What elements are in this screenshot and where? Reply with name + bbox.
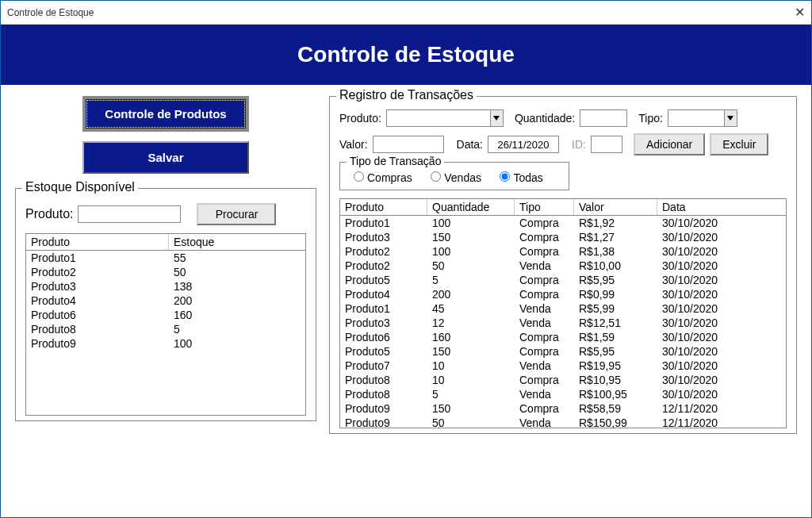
delete-button[interactable]: Excluir <box>710 133 768 155</box>
list-item[interactable]: Produto6160 <box>26 308 305 322</box>
filter-compras[interactable]: Compras <box>350 171 412 184</box>
cell-valor: R$19,95 <box>574 359 657 373</box>
cell-tipo: Venda <box>515 301 574 316</box>
chevron-down-icon[interactable] <box>490 110 503 126</box>
page-title: Controle de Estoque <box>1 25 811 85</box>
list-item[interactable]: Produto710VendaR$19,9530/10/2020 <box>340 359 786 373</box>
cell-data: 30/10/2020 <box>657 287 786 301</box>
trans-col-tipo[interactable]: Tipo <box>515 199 574 215</box>
list-item[interactable]: Produto6160CompraR$1,5930/10/2020 <box>340 330 786 344</box>
stock-product-input[interactable] <box>78 205 181 223</box>
trans-col-produto[interactable]: Produto <box>340 199 427 215</box>
trans-type-input[interactable] <box>668 110 724 126</box>
trans-col-data[interactable]: Data <box>657 199 786 215</box>
cell-data: 12/11/2020 <box>657 416 786 430</box>
list-item[interactable]: Produto2100CompraR$1,3830/10/2020 <box>340 244 786 259</box>
cell-tipo: Venda <box>515 359 574 373</box>
cell-quantidade: 12 <box>427 316 515 330</box>
list-item[interactable]: Produto4200 <box>26 294 305 308</box>
radio-todas[interactable] <box>500 171 510 182</box>
cell-data: 30/10/2020 <box>657 273 786 287</box>
search-button[interactable]: Procurar <box>197 203 276 225</box>
trans-col-quantidade[interactable]: Quantidade <box>427 199 515 215</box>
cell-quantidade: 150 <box>427 344 515 359</box>
cell-quantidade: 5 <box>427 387 515 401</box>
list-item[interactable]: Produto312VendaR$12,5130/10/2020 <box>340 316 786 330</box>
trans-type-combo[interactable] <box>668 109 737 127</box>
list-item[interactable]: Produto4200CompraR$0,9930/10/2020 <box>340 287 786 301</box>
transaction-type-filter: Tipo de Transação Compras Vendas Todas <box>339 162 569 190</box>
cell-produto: Produto9 <box>340 401 427 416</box>
trans-product-input[interactable] <box>387 110 490 126</box>
stock-product-label: Produto: <box>25 207 73 221</box>
cell-tipo: Venda <box>515 316 574 330</box>
cell-produto: Produto8 <box>340 387 427 401</box>
svg-marker-1 <box>727 116 733 121</box>
filter-vendas[interactable]: Vendas <box>427 171 481 184</box>
cell-tipo: Compra <box>515 244 574 259</box>
cell-produto: Produto1 <box>26 251 169 265</box>
trans-date-input[interactable] <box>488 136 559 153</box>
content-area: Controle de Produtos Salvar Estoque Disp… <box>1 85 811 445</box>
products-button[interactable]: Controle de Produtos <box>82 96 249 132</box>
save-button[interactable]: Salvar <box>82 141 249 174</box>
list-item[interactable]: Produto5150CompraR$5,9530/10/2020 <box>340 344 786 359</box>
list-item[interactable]: Produto250 <box>26 265 305 279</box>
stock-col-estoque[interactable]: Estoque <box>169 234 305 250</box>
cell-quantidade: 200 <box>427 287 515 301</box>
cell-data: 30/10/2020 <box>657 244 786 259</box>
cell-quantidade: 100 <box>427 216 515 230</box>
cell-tipo: Compra <box>515 373 574 387</box>
list-item[interactable]: Produto250VendaR$10,0030/10/2020 <box>340 259 786 273</box>
cell-tipo: Compra <box>515 401 574 416</box>
radio-vendas[interactable] <box>431 171 441 182</box>
list-item[interactable]: Produto3138 <box>26 279 305 294</box>
radio-compras[interactable] <box>354 171 364 182</box>
stock-list[interactable]: Produto Estoque Produto155Produto250Prod… <box>25 233 306 416</box>
cell-produto: Produto9 <box>26 336 169 351</box>
stock-group: Estoque Disponível Produto: Procurar Pro… <box>15 188 316 421</box>
cell-produto: Produto5 <box>340 273 427 287</box>
list-item[interactable]: Produto145VendaR$5,9930/10/2020 <box>340 301 786 316</box>
trans-id-input[interactable] <box>591 136 622 153</box>
cell-quantidade: 5 <box>427 273 515 287</box>
list-item[interactable]: Produto3150CompraR$1,2730/10/2020 <box>340 230 786 244</box>
chevron-down-icon[interactable] <box>724 110 737 126</box>
list-item[interactable]: Produto155 <box>26 251 305 265</box>
cell-produto: Produto4 <box>340 287 427 301</box>
cell-data: 12/11/2020 <box>657 401 786 416</box>
transactions-list-header: Produto Quantidade Tipo Valor Data <box>340 199 786 216</box>
list-item[interactable]: Produto85VendaR$100,9530/10/2020 <box>340 387 786 401</box>
trans-type-label: Tipo: <box>638 112 663 125</box>
cell-estoque: 5 <box>169 322 305 336</box>
trans-value-input[interactable] <box>373 136 444 153</box>
cell-tipo: Compra <box>515 344 574 359</box>
filter-todas[interactable]: Todas <box>496 171 542 184</box>
list-item[interactable]: Produto9100 <box>26 336 305 351</box>
trans-quantity-input[interactable] <box>580 109 627 127</box>
trans-product-label: Produto: <box>339 112 381 125</box>
list-item[interactable]: Produto1100CompraR$1,9230/10/2020 <box>340 216 786 230</box>
list-item[interactable]: Produto950VendaR$150,9912/11/2020 <box>340 416 786 430</box>
cell-quantidade: 50 <box>427 416 515 430</box>
list-item[interactable]: Produto9150CompraR$58,5912/11/2020 <box>340 401 786 416</box>
trans-col-valor[interactable]: Valor <box>574 199 657 215</box>
cell-estoque: 100 <box>169 336 305 351</box>
cell-data: 30/10/2020 <box>657 387 786 401</box>
list-item[interactable]: Produto85 <box>26 322 305 336</box>
stock-col-produto[interactable]: Produto <box>26 234 169 250</box>
cell-data: 30/10/2020 <box>657 344 786 359</box>
stock-list-header: Produto Estoque <box>26 234 305 251</box>
close-icon[interactable]: ✕ <box>781 5 805 20</box>
transactions-group: Registro de Transações Produto: Quantida… <box>329 96 797 434</box>
trans-product-combo[interactable] <box>386 109 504 127</box>
cell-quantidade: 160 <box>427 330 515 344</box>
transactions-list[interactable]: Produto Quantidade Tipo Valor Data Produ… <box>339 198 787 428</box>
cell-estoque: 55 <box>169 251 305 265</box>
list-item[interactable]: Produto55CompraR$5,9530/10/2020 <box>340 273 786 287</box>
add-button[interactable]: Adicionar <box>634 133 705 155</box>
list-item[interactable]: Produto810CompraR$10,9530/10/2020 <box>340 373 786 387</box>
cell-produto: Produto4 <box>26 294 169 308</box>
cell-valor: R$5,95 <box>574 344 657 359</box>
title-bar: Controle de Estoque ✕ <box>1 1 811 25</box>
